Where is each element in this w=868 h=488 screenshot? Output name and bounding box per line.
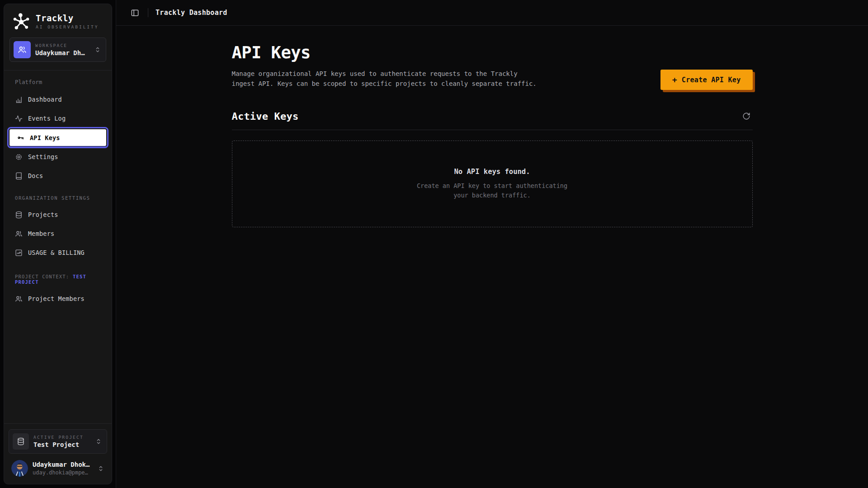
active-keys-title: Active Keys [232, 111, 299, 122]
sidebar-item-label: Dashboard [28, 96, 62, 103]
page-description: Manage organizational API keys used to a… [232, 69, 537, 89]
empty-state-line1: Create an API key to start authenticatin… [417, 182, 567, 189]
workspace-label: WORKSPACE [35, 43, 90, 48]
page-title: API Keys [232, 43, 753, 62]
plus-icon: + [672, 76, 677, 84]
sidebar-item-label: Settings [28, 153, 58, 160]
sidebar-item-settings[interactable]: Settings [8, 147, 108, 166]
sidebar-header: Trackly AI OBSERVABILITY WORKSPACE Udayk… [4, 4, 112, 70]
bar-chart-icon [15, 96, 23, 103]
app-title: Trackly [36, 13, 99, 23]
active-project-label: ACTIVE PROJECT [33, 435, 90, 440]
user-menu[interactable]: Udaykumar Dhok… uday.dhokia@pmpe… [9, 454, 107, 479]
topbar: Trackly Dashboard [116, 0, 868, 26]
sidebar-item-label: Events Log [28, 115, 66, 122]
sidebar-item-label: Docs [28, 172, 43, 179]
trackly-logo-icon [12, 12, 30, 30]
user-meta: Udaykumar Dhok… uday.dhokia@pmpe… [33, 461, 93, 476]
database-icon [15, 211, 23, 219]
sidebar-content: Platform Dashboard Events Log [4, 70, 112, 423]
user-email: uday.dhokia@pmpe… [33, 469, 93, 476]
workspace-users-icon [14, 41, 31, 58]
users-icon [15, 295, 23, 303]
sidebar-toggle-button[interactable] [129, 7, 141, 19]
book-icon [15, 172, 23, 180]
topbar-divider [148, 8, 148, 17]
project-context-prefix: PROJECT CONTEXT: [15, 274, 73, 279]
sidebar-item-label: Project Members [28, 295, 85, 302]
sidebar-wrap: Trackly AI OBSERVABILITY WORKSPACE Udayk… [0, 0, 116, 488]
project-context-label: PROJECT CONTEXT: TEST PROJECT [8, 262, 108, 289]
create-api-key-button[interactable]: + Create API Key [660, 70, 753, 90]
chart-box-icon [15, 249, 23, 257]
main-area: Trackly Dashboard API Keys Manage organi… [116, 0, 868, 488]
sidebar-item-project-members[interactable]: Project Members [8, 289, 108, 308]
create-api-key-label: Create API Key [682, 76, 741, 84]
workspace-value: Udaykumar Dh… [35, 49, 90, 56]
empty-state-description: Create an API key to start authenticatin… [417, 181, 567, 200]
sidebar-item-events-log[interactable]: Events Log [8, 109, 108, 128]
section-divider [232, 130, 753, 130]
key-icon [17, 134, 24, 141]
sidebar-item-label: Projects [28, 211, 58, 218]
page-description-line2: ingest API. Keys can be scoped to specif… [232, 80, 537, 87]
chevrons-up-down-icon [97, 465, 104, 472]
chevrons-up-down-icon [95, 438, 102, 445]
sidebar-item-dashboard[interactable]: Dashboard [8, 90, 108, 109]
sidebar-item-usage-billing[interactable]: USAGE & BILLING [8, 243, 108, 262]
panel-left-icon [131, 9, 139, 17]
chevrons-up-down-icon [94, 46, 101, 53]
active-project-selector[interactable]: ACTIVE PROJECT Test Project [9, 429, 107, 454]
sidebar-footer: ACTIVE PROJECT Test Project [4, 423, 112, 484]
sidebar-item-docs[interactable]: Docs [8, 166, 108, 185]
active-project-value: Test Project [33, 441, 90, 448]
sidebar: Trackly AI OBSERVABILITY WORKSPACE Udayk… [4, 4, 112, 484]
platform-section-label: Platform [8, 77, 108, 90]
intro-row: Manage organizational API keys used to a… [232, 69, 753, 90]
user-name: Udaykumar Dhok… [33, 461, 93, 468]
sidebar-item-projects[interactable]: Projects [8, 205, 108, 224]
empty-state: No API keys found. Create an API key to … [232, 141, 753, 227]
active-project-meta: ACTIVE PROJECT Test Project [33, 435, 90, 448]
page-description-line1: Manage organizational API keys used to a… [232, 70, 518, 77]
workspace-selector[interactable]: WORKSPACE Udaykumar Dh… [9, 38, 106, 62]
activity-icon [15, 115, 23, 122]
app-root: Trackly AI OBSERVABILITY WORKSPACE Udayk… [0, 0, 868, 488]
refresh-icon [742, 112, 750, 120]
logo: Trackly AI OBSERVABILITY [9, 11, 106, 30]
users-icon [15, 230, 23, 238]
sidebar-item-label: API Keys [30, 134, 60, 141]
empty-state-title: No API keys found. [454, 168, 530, 176]
sidebar-item-label: Members [28, 230, 54, 237]
gear-icon [15, 153, 23, 161]
active-keys-section-header: Active Keys [232, 110, 753, 122]
sidebar-item-members[interactable]: Members [8, 224, 108, 243]
sidebar-item-label: USAGE & BILLING [28, 249, 85, 256]
database-icon [13, 433, 29, 450]
empty-state-line2: your backend traffic. [453, 192, 531, 199]
topbar-title: Trackly Dashboard [156, 9, 227, 17]
page-content: API Keys Manage organizational API keys … [232, 26, 753, 227]
app-tagline: AI OBSERVABILITY [36, 24, 99, 29]
workspace-meta: WORKSPACE Udaykumar Dh… [35, 43, 90, 56]
sidebar-item-api-keys[interactable]: API Keys [9, 129, 106, 146]
avatar [11, 460, 28, 477]
refresh-button[interactable] [740, 110, 753, 122]
org-settings-section-label: ORGANIZATION SETTINGS [8, 185, 108, 205]
